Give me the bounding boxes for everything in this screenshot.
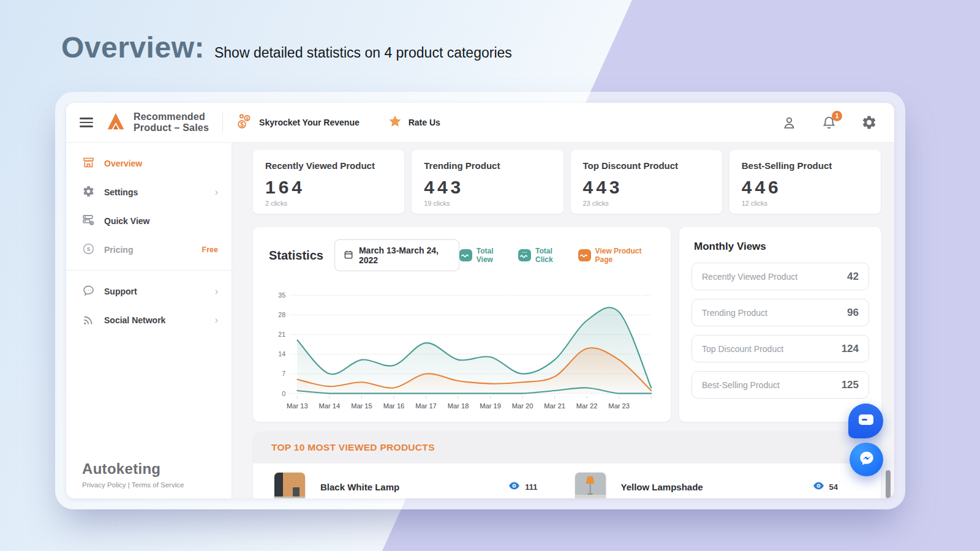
rss-icon	[82, 313, 95, 328]
messenger-button[interactable]	[850, 443, 883, 476]
notifications-bell-icon[interactable]: 1	[821, 115, 837, 130]
chart-legend: Total View Total Click	[459, 247, 655, 264]
promo-label[interactable]: Skyrocket Your Revenue	[259, 118, 360, 127]
svg-text:$: $	[87, 246, 91, 252]
settings-gear-icon[interactable]	[861, 114, 877, 130]
svg-text:Mar 14: Mar 14	[319, 402, 341, 410]
calendar-icon	[344, 250, 353, 261]
chevron-right-icon: ›	[215, 286, 218, 297]
eye-icon	[508, 480, 520, 493]
sidebar: Overview Settings › Quick View	[66, 143, 232, 498]
sidebar-item-pricing[interactable]: $ Pricing Free	[66, 235, 232, 264]
dashboard-window: Recommended Product – Sales $ $ Skyrocke…	[66, 103, 894, 498]
user-icon[interactable]	[782, 115, 797, 130]
notification-badge: 1	[832, 111, 842, 121]
chevron-right-icon: ›	[215, 315, 218, 326]
svg-text:$: $	[240, 121, 244, 127]
svg-text:Mar 22: Mar 22	[576, 402, 598, 410]
stat-card-top-discount: Top Discount Product 443 23 clicks	[571, 150, 722, 214]
sidebar-item-settings[interactable]: Settings ›	[66, 178, 232, 206]
sidebar-item-overview[interactable]: Overview	[66, 149, 232, 178]
live-chat-button[interactable]	[848, 403, 883, 438]
hamburger-menu-icon[interactable]	[80, 118, 93, 127]
monthly-views-panel: Monthly Views Recently Viewed Product 42…	[679, 227, 881, 422]
dashboard-frame: Recommended Product – Sales $ $ Skyrocke…	[55, 92, 905, 509]
gear-icon	[82, 185, 95, 200]
monthly-views-row: Recently Viewed Product 42	[692, 263, 869, 290]
svg-text:35: 35	[278, 291, 285, 299]
autoketing-logo-icon	[105, 111, 126, 133]
vertical-scrollbar[interactable]	[886, 470, 891, 498]
stat-card-best-selling: Best-Selling Product 446 12 clicks	[729, 150, 881, 214]
storefront-icon	[82, 156, 95, 171]
main-content: Recently Viewed Product 164 2 clicks Tre…	[232, 143, 894, 498]
coins-icon: $ $	[236, 113, 253, 132]
monthly-views-title: Monthly Views	[694, 241, 869, 253]
stat-card-recently-viewed: Recently Viewed Product 164 2 clicks	[253, 150, 404, 214]
svg-text:21: 21	[278, 331, 285, 338]
messenger-icon	[856, 448, 877, 471]
product-thumbnail	[274, 472, 306, 498]
svg-text:Mar 16: Mar 16	[383, 402, 405, 410]
app-header: Recommended Product – Sales $ $ Skyrocke…	[66, 103, 894, 143]
sidebar-footer: Autoketing Privacy Policy | Terms of Ser…	[82, 460, 184, 489]
app-name: Recommended Product – Sales	[134, 111, 209, 134]
legal-links[interactable]: Privacy Policy | Terms of Service	[82, 481, 184, 489]
product-row[interactable]: Yellow Lampshade 54	[575, 472, 875, 498]
svg-text:28: 28	[278, 311, 285, 318]
svg-text:Mar 18: Mar 18	[448, 402, 469, 410]
eye-icon	[813, 480, 824, 493]
page-subtitle: Show detailed statistics on 4 product ca…	[214, 45, 512, 61]
svg-text:$: $	[246, 115, 248, 121]
monthly-views-row: Best-Selling Product 125	[692, 371, 869, 399]
svg-text:Mar 19: Mar 19	[480, 402, 501, 410]
autoketing-wordmark: Autoketing	[82, 460, 184, 478]
statistics-panel: Statistics March 13-March 24, 2022	[253, 227, 671, 422]
svg-text:14: 14	[278, 350, 285, 358]
pricing-free-badge: Free	[202, 246, 218, 254]
top-products-panel: TOP 10 MOST VIEWED PRODUCTS Black White …	[253, 432, 881, 498]
product-row[interactable]: Black White Lamp 111	[274, 472, 575, 498]
stat-card-trending: Trending Product 443 19 clicks	[412, 150, 563, 214]
svg-text:Mar 13: Mar 13	[287, 402, 308, 410]
svg-text:Mar 23: Mar 23	[608, 402, 630, 410]
rate-us-link[interactable]: Rate Us	[409, 118, 440, 127]
wave-swatch-icon	[459, 249, 472, 261]
stat-cards-row: Recently Viewed Product 164 2 clicks Tre…	[253, 150, 881, 214]
legend-view-product-page[interactable]: View Product Page	[578, 247, 655, 264]
svg-text:7: 7	[282, 370, 285, 377]
page-title: Overview:	[61, 31, 205, 64]
sidebar-item-social-network[interactable]: Social Network ›	[66, 305, 232, 334]
dotted-wave-swatch-icon	[518, 249, 531, 261]
chat-widget-icon	[858, 413, 874, 429]
sidebar-item-quick-view[interactable]: Quick View	[66, 206, 232, 235]
quick-view-icon	[82, 214, 95, 228]
view-count: 111	[525, 482, 537, 492]
chevron-right-icon: ›	[215, 187, 218, 198]
wave-swatch-icon	[578, 249, 591, 261]
svg-text:0: 0	[282, 390, 285, 397]
top-products-title: TOP 10 MOST VIEWED PRODUCTS	[253, 432, 881, 463]
svg-text:Mar 15: Mar 15	[351, 402, 372, 410]
header-divider	[222, 112, 223, 133]
svg-text:Mar 17: Mar 17	[415, 402, 437, 410]
product-thumbnail	[575, 472, 606, 498]
monthly-views-row: Top Discount Product 124	[692, 335, 869, 362]
statistics-title: Statistics	[269, 249, 323, 263]
dollar-circle-icon: $	[82, 242, 95, 257]
star-icon	[388, 114, 402, 131]
legend-total-click[interactable]: Total Click	[518, 247, 568, 264]
page-banner: Overview: Show detailed statistics on 4 …	[61, 31, 512, 64]
date-range-picker[interactable]: March 13-March 24, 2022	[334, 239, 459, 271]
sidebar-item-support[interactable]: Support ›	[66, 277, 232, 305]
sidebar-divider	[66, 270, 232, 271]
legend-total-view[interactable]: Total View	[459, 247, 508, 264]
statistics-chart: 0714212835Mar 13Mar 14Mar 15Mar 16Mar 17…	[269, 281, 655, 423]
monthly-views-row: Trending Product 96	[692, 299, 869, 326]
view-count: 54	[829, 482, 838, 492]
chat-bubble-icon	[82, 284, 95, 299]
svg-text:Mar 20: Mar 20	[512, 402, 533, 410]
svg-text:Mar 21: Mar 21	[544, 402, 565, 410]
